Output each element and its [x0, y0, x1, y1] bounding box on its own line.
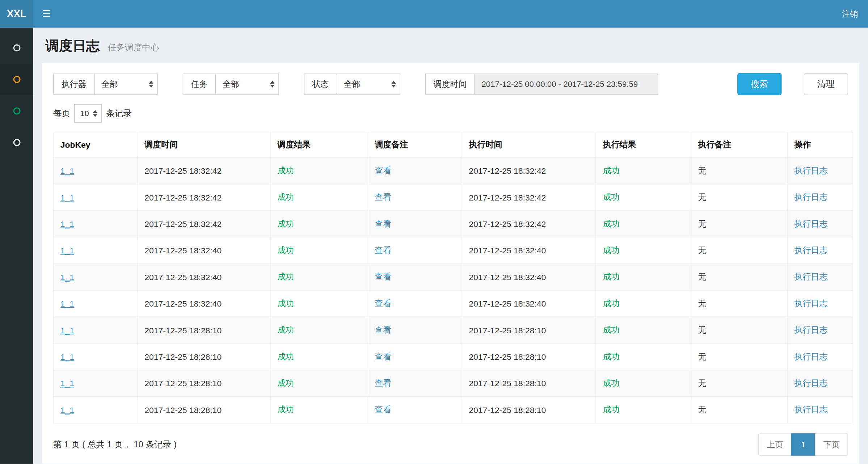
app-logo[interactable]: XXL — [0, 0, 33, 28]
time-range-input[interactable] — [475, 73, 658, 94]
action-cell: 执行日志 — [787, 157, 852, 184]
table-row: 1_1 2017-12-25 18:32:40 成功 查看 2017-12-25… — [54, 237, 853, 263]
trigger-result-cell: 成功 — [270, 211, 368, 237]
trigger-result-cell: 成功 — [270, 370, 368, 396]
view-trigger-msg-link[interactable]: 查看 — [375, 272, 391, 281]
circle-outline-icon — [13, 44, 20, 51]
execution-log-link[interactable]: 执行日志 — [795, 165, 828, 175]
trigger-result-cell: 成功 — [270, 184, 368, 211]
trigger-msg-cell: 查看 — [368, 264, 462, 290]
table-header-trigger-time: 调度时间 — [138, 132, 270, 157]
logout-link[interactable]: 注销 — [832, 0, 868, 28]
jobkey-link[interactable]: 1_1 — [60, 405, 74, 414]
jobkey-link[interactable]: 1_1 — [60, 246, 74, 255]
view-trigger-msg-link[interactable]: 查看 — [375, 165, 391, 175]
next-page-button[interactable]: 下页 — [815, 433, 848, 455]
circle-outline-icon — [13, 107, 20, 115]
view-trigger-msg-link[interactable]: 查看 — [375, 192, 391, 202]
handle-result-cell: 成功 — [596, 264, 691, 290]
sidebar-item-2[interactable] — [0, 64, 33, 95]
action-cell: 执行日志 — [787, 397, 852, 423]
trigger-time-cell: 2017-12-25 18:32:40 — [138, 264, 270, 290]
executor-filter-label: 执行器 — [53, 73, 95, 94]
table-header-trigger-result: 调度结果 — [270, 132, 368, 157]
handle-msg-cell: 无 — [691, 370, 787, 396]
trigger-msg-cell: 查看 — [368, 290, 462, 317]
execution-log-link[interactable]: 执行日志 — [795, 405, 828, 414]
handle-time-cell: 2017-12-25 18:28:10 — [462, 370, 596, 396]
handle-time-cell: 2017-12-25 18:28:10 — [462, 343, 596, 370]
status-select-value: 全部 — [344, 79, 361, 89]
filter-bar: 执行器 全部 任务 全部 状态 全部 — [53, 73, 848, 95]
search-button[interactable]: 搜索 — [737, 73, 781, 95]
execution-log-link[interactable]: 执行日志 — [795, 192, 828, 202]
jobkey-link[interactable]: 1_1 — [60, 379, 74, 388]
view-trigger-msg-link[interactable]: 查看 — [375, 351, 391, 361]
page-header: 调度日志 任务调度中心 — [33, 28, 868, 57]
sidebar-item-3[interactable] — [0, 95, 33, 127]
job-select-value: 全部 — [223, 79, 239, 89]
jobkey-link[interactable]: 1_1 — [60, 219, 74, 229]
jobkey-link[interactable]: 1_1 — [60, 272, 74, 282]
jobkey-link[interactable]: 1_1 — [60, 325, 74, 335]
jobkey-link[interactable]: 1_1 — [60, 193, 74, 202]
hamburger-menu-icon[interactable]: ☰ — [33, 0, 60, 28]
handle-msg-cell: 无 — [691, 264, 787, 290]
table-row: 1_1 2017-12-25 18:28:10 成功 查看 2017-12-25… — [54, 370, 853, 396]
job-select[interactable]: 全部 — [215, 73, 279, 94]
trigger-time-cell: 2017-12-25 18:28:10 — [138, 397, 270, 423]
handle-time-cell: 2017-12-25 18:28:10 — [462, 317, 596, 343]
circle-outline-icon — [13, 76, 20, 83]
trigger-msg-cell: 查看 — [368, 211, 462, 237]
view-trigger-msg-link[interactable]: 查看 — [375, 378, 391, 388]
table-row: 1_1 2017-12-25 18:28:10 成功 查看 2017-12-25… — [54, 343, 853, 370]
page-subtitle: 任务调度中心 — [108, 43, 159, 52]
view-trigger-msg-link[interactable]: 查看 — [375, 325, 391, 334]
jobkey-link[interactable]: 1_1 — [60, 352, 74, 362]
status-select[interactable]: 全部 — [337, 73, 400, 94]
handle-result-cell: 成功 — [596, 370, 691, 396]
executor-select[interactable]: 全部 — [94, 73, 158, 94]
view-trigger-msg-link[interactable]: 查看 — [375, 245, 391, 254]
trigger-msg-cell: 查看 — [368, 184, 462, 211]
current-page-button[interactable]: 1 — [791, 433, 815, 455]
log-table: JobKey 调度时间 调度结果 调度备注 执行时间 执行结果 执行备注 操作 … — [53, 132, 853, 423]
jobkey-cell: 1_1 — [54, 397, 138, 423]
prev-page-button[interactable]: 上页 — [758, 433, 792, 455]
trigger-result-cell: 成功 — [270, 317, 368, 343]
execution-log-link[interactable]: 执行日志 — [795, 245, 828, 254]
trigger-msg-cell: 查看 — [368, 237, 462, 263]
app-window: XXL ☰ 注销 调度日志 任务调度中心 执行器 全部 — [0, 0, 868, 464]
action-cell: 执行日志 — [787, 264, 852, 290]
trigger-msg-cell: 查看 — [368, 343, 462, 370]
trigger-result-cell: 成功 — [270, 157, 368, 184]
table-header-handle-result: 执行结果 — [596, 132, 691, 157]
trigger-time-cell: 2017-12-25 18:32:42 — [138, 184, 270, 211]
clear-button[interactable]: 清理 — [804, 73, 848, 95]
executor-filter-group: 执行器 全部 — [53, 73, 158, 94]
sidebar-item-1[interactable] — [0, 32, 33, 64]
trigger-time-cell: 2017-12-25 18:28:10 — [138, 317, 270, 343]
execution-log-link[interactable]: 执行日志 — [795, 351, 828, 361]
trigger-result-cell: 成功 — [270, 290, 368, 317]
status-filter-label: 状态 — [304, 73, 337, 94]
execution-log-link[interactable]: 执行日志 — [795, 325, 828, 334]
pagination-summary: 第 1 页 ( 总共 1 页， 10 条记录 ) — [53, 439, 177, 450]
handle-msg-cell: 无 — [691, 184, 787, 211]
execution-log-link[interactable]: 执行日志 — [795, 298, 828, 308]
jobkey-cell: 1_1 — [54, 184, 138, 211]
view-trigger-msg-link[interactable]: 查看 — [375, 405, 391, 414]
execution-log-link[interactable]: 执行日志 — [795, 378, 828, 388]
handle-msg-cell: 无 — [691, 211, 787, 237]
execution-log-link[interactable]: 执行日志 — [795, 219, 828, 228]
view-trigger-msg-link[interactable]: 查看 — [375, 298, 391, 308]
view-trigger-msg-link[interactable]: 查看 — [375, 219, 391, 228]
sidebar-item-4[interactable] — [0, 127, 33, 158]
page-size-select[interactable]: 10 — [74, 104, 102, 123]
execution-log-link[interactable]: 执行日志 — [795, 272, 828, 281]
jobkey-cell: 1_1 — [54, 237, 138, 263]
jobkey-link[interactable]: 1_1 — [60, 299, 74, 308]
jobkey-link[interactable]: 1_1 — [60, 166, 74, 176]
action-cell: 执行日志 — [787, 290, 852, 317]
page-title: 调度日志 — [45, 38, 100, 53]
